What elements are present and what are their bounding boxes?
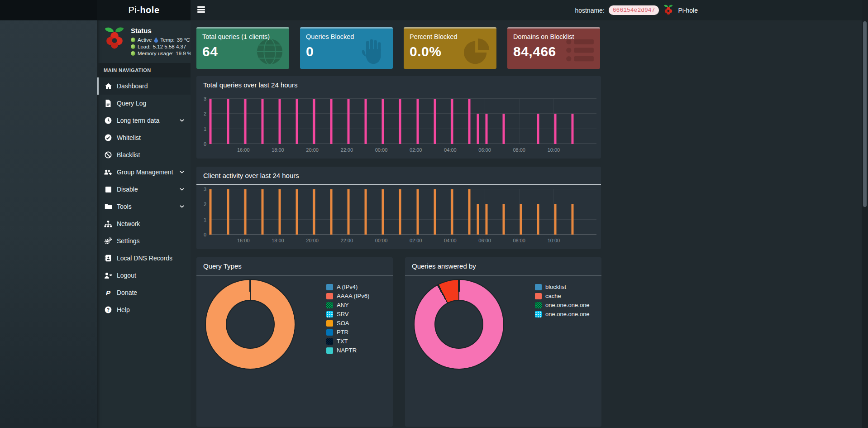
bar xyxy=(416,99,419,144)
bar xyxy=(210,189,212,235)
x-axis-tick-label: 02:00 xyxy=(410,147,422,153)
users-gear-icon xyxy=(104,168,112,176)
bar xyxy=(296,189,298,235)
bar xyxy=(434,189,436,235)
legend-swatch xyxy=(326,338,333,345)
y-axis-tick-label: 3 xyxy=(204,96,206,101)
legend-item[interactable]: one.one.one.one xyxy=(535,302,590,308)
sidebar-item-network[interactable]: Network xyxy=(97,215,191,232)
legend-swatch xyxy=(326,320,333,327)
stop-icon xyxy=(104,186,112,193)
card-total-queries-1-clients[interactable]: Total queries (1 clients)64 xyxy=(196,27,289,69)
sidebar-item-dashboard[interactable]: Dashboard xyxy=(97,77,191,95)
y-axis-tick-label: 0 xyxy=(204,141,206,147)
legend-label: blocklist xyxy=(545,284,566,290)
bar xyxy=(382,99,384,144)
bar xyxy=(399,189,401,235)
sidebar-item-blacklist[interactable]: Blacklist xyxy=(97,146,191,164)
legend-swatch xyxy=(326,293,333,299)
app-logo[interactable]: Pi-hole xyxy=(97,0,191,20)
sidebar-item-label: Donate xyxy=(117,289,184,296)
card-domains-on-blocklist[interactable]: Domains on Blocklist84,466 xyxy=(507,27,600,69)
legend-item[interactable]: one.one.one.one xyxy=(535,311,590,317)
x-axis-tick-label: 08:00 xyxy=(513,147,525,153)
logo-text-light: Pi- xyxy=(128,5,140,15)
navbar-brand-link[interactable]: Pi-hole xyxy=(678,7,698,14)
status-title: Status xyxy=(131,27,192,34)
x-axis-tick-label: 02:00 xyxy=(410,238,422,243)
gridline-y xyxy=(209,189,596,189)
sidebar-item-settings[interactable]: Settings xyxy=(97,232,191,250)
client-activity-chart[interactable]: 012316:0018:0020:0022:0000:0002:0004:000… xyxy=(209,189,596,235)
card-percent-blocked[interactable]: Percent Blocked0.0% xyxy=(404,27,496,69)
legend-item[interactable]: PTR xyxy=(326,329,369,336)
temp-label: Temp: xyxy=(160,37,174,43)
legend-item[interactable]: NAPTR xyxy=(326,347,369,354)
panel-title: Client activity over last 24 hours xyxy=(196,167,601,185)
bar xyxy=(572,114,574,144)
x-axis-tick-label: 08:00 xyxy=(513,238,525,243)
legend-item[interactable]: A (IPv4) xyxy=(326,284,369,290)
legend-swatch xyxy=(535,293,542,299)
legend-item[interactable]: cache xyxy=(535,293,590,299)
bar xyxy=(227,99,229,144)
legend-label: cache xyxy=(545,293,561,299)
temperature-icon xyxy=(154,37,158,43)
memory-label: Memory usage: xyxy=(138,51,173,56)
sidebar-item-whitelist[interactable]: Whitelist xyxy=(97,129,191,146)
legend-item[interactable]: AAAA (IPv6) xyxy=(326,293,369,299)
x-axis-tick-label: 04:00 xyxy=(444,238,457,243)
sidebar-item-label: Network xyxy=(117,220,184,227)
queries-answered-by-donut-chart[interactable] xyxy=(415,280,503,369)
bottom-row: Query Types A (IPv4)AAAA (IPv6)ANYSRVSOA… xyxy=(196,257,868,427)
bar xyxy=(296,99,298,144)
raspberry-logo-icon xyxy=(103,26,126,58)
bar xyxy=(451,189,453,235)
svg-text:?: ? xyxy=(107,307,110,313)
chevron-down-icon xyxy=(180,205,184,208)
legend-item[interactable]: ANY xyxy=(326,302,369,308)
scrollbar-thumb[interactable] xyxy=(863,21,867,207)
legend-item[interactable]: blocklist xyxy=(535,284,590,290)
x-axis-tick-label: 10:00 xyxy=(548,147,560,153)
bar xyxy=(537,114,539,144)
legend-label: A (IPv4) xyxy=(337,284,358,290)
status-line-memory: Memory usage: 19.9 % xyxy=(131,51,192,56)
queries-answered-by-legend: blocklistcacheone.one.one.oneone.one.one… xyxy=(535,284,590,369)
sidebar-item-local-dns-records[interactable]: Local DNS Records xyxy=(97,250,191,267)
sidebar-item-tools[interactable]: Tools xyxy=(97,198,191,215)
ban-icon xyxy=(104,151,112,159)
bar xyxy=(278,99,281,144)
sidebar-toggle-button[interactable] xyxy=(197,6,205,13)
sidebar-item-donate[interactable]: PDonate xyxy=(97,284,191,301)
check-circle-icon xyxy=(104,134,112,141)
query-types-donut-chart[interactable] xyxy=(206,280,295,369)
legend-item[interactable]: TXT xyxy=(326,338,369,345)
card-queries-blocked[interactable]: Queries Blocked0 xyxy=(300,27,393,69)
page-scrollbar[interactable] xyxy=(862,0,868,428)
file-icon xyxy=(104,100,112,107)
bar xyxy=(477,204,479,235)
sidebar-item-disable[interactable]: Disable xyxy=(97,181,191,198)
x-axis-tick-label: 18:00 xyxy=(272,147,284,153)
card-value: 0 xyxy=(300,40,393,59)
sidebar-item-help[interactable]: ?Help xyxy=(97,301,191,318)
legend-label: SRV xyxy=(337,311,349,317)
sidebar-item-long-term-data[interactable]: Long term data xyxy=(97,112,191,129)
total-queries-chart[interactable]: 012316:0018:0020:0022:0000:0002:0004:000… xyxy=(209,99,596,144)
bar xyxy=(313,189,315,235)
sidebar-item-logout[interactable]: Logout xyxy=(97,267,191,284)
legend-swatch xyxy=(326,329,333,336)
desktop-background xyxy=(0,0,97,20)
sidebar-item-group-management[interactable]: Group Management xyxy=(97,164,191,181)
x-axis-tick-label: 18:00 xyxy=(272,238,284,243)
raspberry-icon xyxy=(663,4,674,17)
legend-label: TXT xyxy=(337,338,348,345)
sidebar-item-query-log[interactable]: Query Log xyxy=(97,95,191,112)
summary-cards-row: Total queries (1 clients)64Queries Block… xyxy=(196,27,868,69)
legend-item[interactable]: SRV xyxy=(326,311,369,317)
bar xyxy=(451,99,453,144)
legend-item[interactable]: SOA xyxy=(326,320,369,327)
bar xyxy=(278,189,281,235)
memory-ok-icon xyxy=(131,51,135,56)
